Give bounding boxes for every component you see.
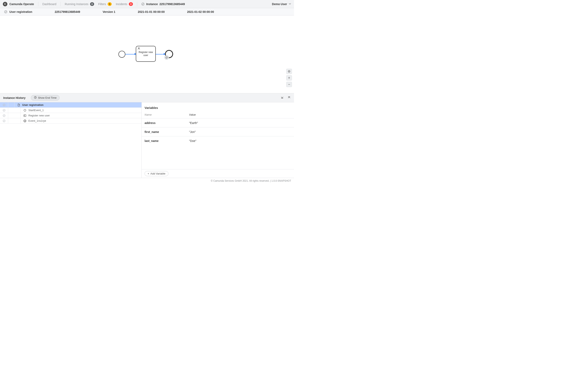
- filters-count-badge: 5: [108, 2, 112, 6]
- nav-instance-label: Instance: [146, 2, 158, 6]
- footer-text: © Camunda Services GmbH 2021. All rights…: [211, 179, 291, 182]
- user-name: Demo User: [272, 2, 287, 6]
- history-row[interactable]: StartEvent_1: [0, 108, 141, 113]
- history-row-label: User registration: [21, 103, 43, 106]
- bpmn-start-event[interactable]: [118, 51, 125, 58]
- nav-incidents[interactable]: Incidents 0: [116, 2, 133, 6]
- nav-separator: [137, 2, 137, 6]
- instance-name: User registration: [9, 10, 32, 13]
- instance-version: Version 1: [103, 10, 115, 13]
- clock-icon: [34, 96, 37, 100]
- zoom-reset-button[interactable]: [286, 69, 292, 74]
- svg-point-9: [24, 109, 26, 111]
- history-row[interactable]: Register new user: [0, 113, 141, 118]
- history-header: Instance History Show End Time: [0, 93, 294, 102]
- bpmn-user-task[interactable]: Register new user: [136, 46, 156, 62]
- show-end-time-button[interactable]: Show End Time: [31, 95, 60, 100]
- show-end-time-label: Show End Time: [38, 96, 57, 99]
- instance-id: 2251799813685449: [55, 10, 80, 13]
- svg-point-13: [3, 120, 5, 122]
- ring-icon: [22, 119, 27, 122]
- variable-name: address: [145, 121, 189, 125]
- nav-instance[interactable]: Instance 2251799813685449: [141, 2, 185, 6]
- zoom-in-button[interactable]: +: [286, 75, 292, 81]
- instance-start: 2021-01-01 00:00:00: [138, 10, 165, 13]
- bpmn-task-label: Register new user: [136, 51, 155, 57]
- nav-running-label: Running Instances: [65, 2, 88, 6]
- check-circle-icon: [0, 113, 8, 118]
- variable-name: last_name: [145, 139, 189, 142]
- variable-value: "Jon": [189, 130, 291, 133]
- variable-row[interactable]: last_name"Doe": [142, 136, 294, 145]
- check-circle-icon: [0, 102, 8, 108]
- nav-separator: [38, 2, 38, 6]
- instance-summary-bar: User registration 2251799813685449 Versi…: [0, 8, 294, 16]
- history-row-label: Event_1ns1rye: [27, 119, 46, 122]
- check-circle-icon: [164, 55, 169, 60]
- history-row[interactable]: Event_1ns1rye: [0, 118, 141, 124]
- brand-name: Camunda Operate: [9, 2, 34, 6]
- svg-point-14: [24, 120, 26, 122]
- diagram-zoom-controls: + −: [286, 69, 292, 87]
- task-icon: [22, 114, 27, 117]
- variable-row[interactable]: first_name"Jon": [142, 127, 294, 136]
- nav-filters[interactable]: Filters 5: [98, 2, 112, 6]
- add-variable-button[interactable]: + Add Variable: [145, 171, 168, 176]
- nav-running-instances[interactable]: Running Instances 0: [65, 2, 94, 6]
- variables-title: Variables: [145, 106, 294, 109]
- plus-icon: +: [148, 172, 149, 175]
- svg-point-10: [3, 114, 5, 117]
- nav-instance-id: 2251799813685449: [159, 2, 185, 6]
- svg-point-2: [138, 48, 139, 49]
- footer: © Camunda Services GmbH 2021. All rights…: [0, 178, 294, 184]
- svg-point-7: [3, 104, 5, 106]
- variable-value: "Doe": [189, 139, 291, 142]
- variable-name: first_name: [145, 130, 189, 133]
- svg-point-12: [24, 115, 25, 115]
- collapse-down-button[interactable]: [281, 96, 284, 100]
- history-title: Instance History: [3, 96, 26, 100]
- brand-logo-icon: C: [3, 2, 7, 6]
- nav-incidents-label: Incidents: [116, 2, 127, 6]
- zoom-out-button[interactable]: −: [286, 82, 292, 87]
- nav-separator: [61, 2, 61, 6]
- user-menu[interactable]: Demo User: [272, 2, 291, 6]
- collapse-up-button[interactable]: [287, 96, 291, 100]
- check-circle-icon: [0, 108, 8, 113]
- nav-filters-label: Filters: [98, 2, 106, 6]
- history-row[interactable]: User registration: [0, 102, 141, 108]
- svg-point-8: [3, 109, 5, 111]
- incidents-count-badge: 0: [129, 2, 133, 6]
- chevron-down-icon: [289, 2, 291, 6]
- add-variable-label: Add Variable: [150, 172, 165, 175]
- check-circle-icon: [141, 2, 145, 6]
- bpmn-diagram[interactable]: Register new user + −: [0, 16, 294, 93]
- user-icon: [138, 47, 140, 50]
- nav-dashboard[interactable]: Dashboard: [43, 2, 57, 6]
- variables-col-name: Name: [145, 113, 189, 116]
- bottom-panel: User registrationStartEvent_1Register ne…: [0, 102, 294, 178]
- svg-rect-11: [24, 115, 26, 117]
- document-icon: [16, 104, 21, 106]
- variable-row[interactable]: address"Earth": [142, 118, 294, 127]
- instance-end: 2021-01-02 00:00:00: [187, 10, 214, 13]
- circle-icon: [22, 109, 27, 112]
- history-row-label: Register new user: [27, 114, 50, 117]
- variables-col-value: Value: [189, 113, 291, 116]
- running-count-badge: 0: [90, 2, 94, 6]
- top-nav: C Camunda Operate Dashboard Running Inst…: [0, 0, 294, 8]
- svg-point-5: [289, 71, 290, 72]
- variable-value: "Earth": [189, 121, 291, 125]
- check-circle-icon: [0, 118, 8, 123]
- history-tree: User registrationStartEvent_1Register ne…: [0, 102, 142, 178]
- check-circle-icon: [4, 10, 7, 13]
- history-row-label: StartEvent_1: [27, 109, 44, 112]
- variables-panel: Variables Name Value address"Earth"first…: [142, 102, 294, 178]
- brand[interactable]: C Camunda Operate: [3, 2, 34, 6]
